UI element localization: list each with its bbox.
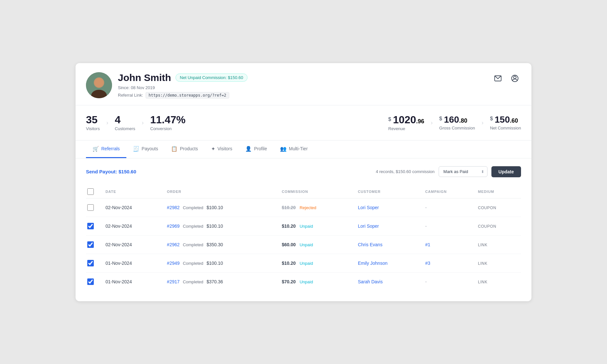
stat-customers: 4 Customers [115, 115, 135, 131]
net-label: Net Commission [490, 126, 521, 130]
row3-order-link[interactable]: #2962 [167, 242, 180, 247]
row1-order-amount: $100.10 [206, 205, 223, 210]
row4-order-link[interactable]: #2949 [167, 261, 180, 266]
customers-label: Customers [115, 126, 135, 131]
row5-medium: LINK [474, 272, 521, 291]
row5-order-link[interactable]: #2917 [167, 279, 180, 284]
row5-customer: Sarah Davis [354, 272, 421, 291]
header-section: John Smith Net Unpaid Commission: $150.6… [76, 63, 531, 105]
row4-customer-link[interactable]: Emily Johnson [358, 261, 388, 266]
email-icon [494, 74, 502, 82]
referrals-icon: 🛒 [92, 146, 99, 152]
tab-referrals[interactable]: 🛒 Referrals [86, 141, 126, 158]
row5-commission: $70.20 [282, 279, 296, 284]
row3-customer-link[interactable]: Chris Evans [358, 242, 382, 247]
row1-order-link[interactable]: #2982 [167, 205, 180, 210]
email-button[interactable] [492, 72, 504, 85]
row4-medium-label: LINK [478, 261, 487, 266]
row2-commission: $10.20 [282, 223, 296, 229]
conversion-number: 11.47% [150, 115, 186, 125]
visitors-icon: ✦ [211, 146, 215, 152]
col-customer: CUSTOMER [354, 185, 421, 198]
select-all-checkbox[interactable] [87, 188, 94, 195]
row2-customer-link[interactable]: Lori Soper [358, 223, 379, 229]
gross-number: 160 [444, 115, 459, 125]
profile-button[interactable] [509, 72, 521, 85]
row3-checkbox[interactable] [87, 241, 94, 248]
status-select-wrapper: Mark as Paid Mark as Unpaid Reject ⬍ [439, 166, 487, 177]
col-campaign: CAMPAIGN [421, 185, 474, 198]
header-left: John Smith Net Unpaid Commission: $150.6… [86, 72, 247, 99]
row1-campaign: - [421, 198, 474, 217]
gross-decimal: .80 [459, 117, 467, 124]
row4-commission-status: Unpaid [300, 261, 313, 266]
arrow-3: › [431, 119, 433, 126]
row5-medium-label: LINK [478, 280, 487, 284]
referral-url: https://demo.storeapps.org/?ref=2 [146, 92, 229, 99]
row3-commission-status: Unpaid [300, 242, 313, 247]
net-decimal: .60 [510, 117, 518, 124]
toolbar: Send Payout: $150.60 4 records, $150.60 … [86, 166, 521, 177]
row1-commission: $10.20 [282, 205, 296, 210]
row3-campaign-link[interactable]: #1 [425, 242, 431, 247]
tab-payouts[interactable]: 🧾 Payouts [126, 141, 165, 158]
svg-point-3 [95, 78, 103, 87]
row2-campaign-value: - [425, 223, 427, 229]
row5-customer-link[interactable]: Sarah Davis [358, 279, 383, 284]
row2-customer: Lori Soper [354, 217, 421, 235]
stat-revenue: $ 1020.96 Revenue [388, 115, 424, 131]
tab-referrals-label: Referrals [101, 146, 120, 151]
row4-campaign-link[interactable]: #3 [425, 261, 431, 266]
update-button[interactable]: Update [491, 166, 521, 177]
profile-icon [511, 74, 519, 82]
row4-campaign: #3 [421, 254, 474, 272]
revenue-currency: $ [388, 116, 391, 122]
col-medium: MEDIUM [474, 185, 521, 198]
row4-checkbox[interactable] [87, 260, 94, 266]
row4-date: 01-Nov-2024 [102, 254, 163, 272]
row5-campaign: - [421, 272, 474, 291]
visitors-label: Visitors [86, 126, 100, 131]
row5-campaign-value: - [425, 279, 427, 284]
tab-visitors[interactable]: ✦ Visitors [205, 141, 239, 158]
col-date: DATE [102, 185, 163, 198]
row2-order: #2969 Completed $100.10 [163, 217, 278, 235]
row2-order-amount: $100.10 [206, 223, 223, 229]
row2-order-link[interactable]: #2969 [167, 223, 180, 229]
revenue-decimal: .96 [416, 118, 424, 125]
tab-multitier[interactable]: 👥 Multi-Tier [274, 141, 314, 158]
row2-checkbox[interactable] [87, 223, 94, 229]
row4-customer: Emily Johnson [354, 254, 421, 272]
tab-payouts-label: Payouts [142, 146, 158, 151]
row5-commission-cell: $70.20 Unpaid [278, 272, 354, 291]
row5-order: #2917 Completed $370.36 [163, 272, 278, 291]
visitors-number: 35 [86, 115, 100, 125]
row2-commission-status: Unpaid [300, 224, 313, 229]
since-date: Since: 08 Nov 2019 [118, 85, 247, 90]
records-info: 4 records, $150.60 commission [376, 169, 435, 174]
table-header: DATE ORDER COMMISSION CUSTOMER CAMPAIGN … [86, 185, 521, 198]
row2-medium-label: COUPON [478, 224, 496, 229]
content-area: Send Payout: $150.60 4 records, $150.60 … [76, 158, 531, 301]
main-card: John Smith Net Unpaid Commission: $150.6… [76, 63, 531, 301]
row1-customer-link[interactable]: Lori Soper [358, 205, 379, 210]
row1-checkbox[interactable] [87, 204, 94, 211]
send-payout-link[interactable]: Send Payout: $150.60 [86, 169, 136, 174]
table-row: 01-Nov-2024 #2917 Completed $370.36 $70.… [86, 272, 521, 291]
table-row: 02-Nov-2024 #2982 Completed $100.10 $10.… [86, 198, 521, 217]
row5-checkbox-cell [86, 272, 102, 291]
row1-customer: Lori Soper [354, 198, 421, 217]
status-select[interactable]: Mark as Paid Mark as Unpaid Reject [439, 166, 487, 177]
row3-campaign: #1 [421, 235, 474, 254]
gross-label: Gross Commission [439, 126, 475, 130]
row5-checkbox[interactable] [87, 278, 94, 285]
stats-bar: 35 Visitors › 4 Customers › 11.47% Conve… [76, 105, 531, 141]
row2-checkbox-cell [86, 217, 102, 235]
row1-campaign-value: - [425, 205, 427, 210]
tab-profile[interactable]: 👤 Profile [239, 141, 274, 158]
user-name: John Smith Net Unpaid Commission: $150.6… [118, 72, 247, 83]
col-checkbox [86, 185, 102, 198]
arrow-2: › [142, 119, 144, 126]
tab-products[interactable]: 📋 Products [164, 141, 204, 158]
row4-checkbox-cell [86, 254, 102, 272]
